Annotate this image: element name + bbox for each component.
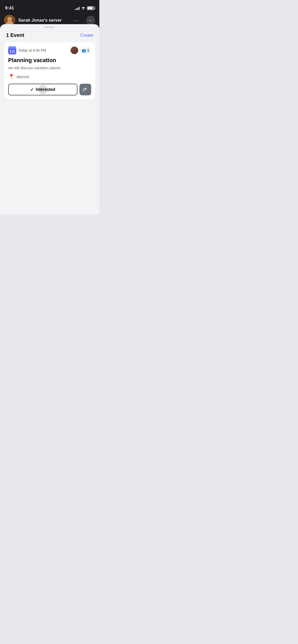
event-actions: ✓ Interested [8,84,91,95]
location-icon: 📍 [8,74,15,80]
status-time: 9:41 [5,6,14,11]
status-bar: 9:41 [0,0,99,13]
more-options-icon[interactable]: ··· [73,18,79,23]
interested-label: Interested [36,87,55,92]
interested-button[interactable]: ✓ Interested [8,84,77,95]
share-icon [83,87,88,92]
sheet-header: 1 Event Create [0,28,99,42]
share-button[interactable] [79,84,91,95]
event-description: we will discuss vacation places [8,65,91,70]
checkmark-icon: ✓ [30,87,34,92]
event-meta: Today at 8:00 PM 👥 1 [8,46,91,54]
event-date: Today at 8:00 PM [18,48,46,52]
status-icons [75,6,94,10]
event-location: 📍 discord [8,74,91,80]
wifi-icon [81,6,86,10]
attendee-count-badge: 👥 1 [80,47,91,53]
signal-icon [75,6,79,10]
battery-icon [87,6,94,10]
location-text: discord [17,75,29,79]
event-card: Today at 8:00 PM 👥 1 Planning vacation w… [4,42,95,99]
event-title: Planning vacation [8,57,91,64]
people-icon: 👥 [82,48,86,52]
sheet-title: 1 Event [6,32,24,38]
server-name: Sarah Jonas's server [18,18,70,23]
attendee-avatar [71,47,78,54]
create-button[interactable]: Create [80,33,93,38]
event-date-row: Today at 8:00 PM [8,46,46,54]
event-attendees: 👥 1 [71,47,91,54]
calendar-icon [8,46,16,54]
attendee-number: 1 [87,48,89,52]
events-sheet: 1 Event Create [0,24,99,215]
back-button[interactable]: ← [86,16,95,25]
